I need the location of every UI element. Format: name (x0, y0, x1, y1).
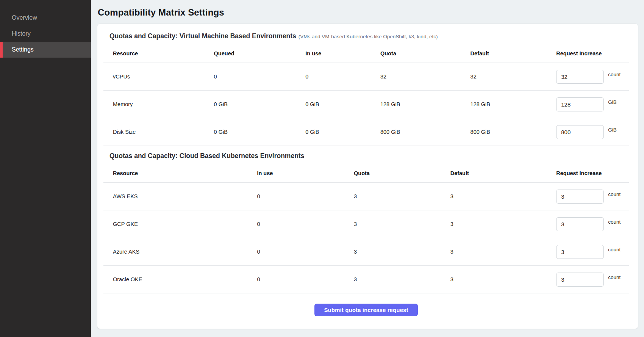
resource-name: vCPUs (103, 74, 214, 80)
k8s-col-request-increase: Request Increase (556, 170, 629, 176)
table-row-memory: Memory 0 GiB 0 GiB 128 GiB 128 GiB GiB (103, 91, 629, 118)
sidebar-item-history[interactable]: History (0, 26, 91, 42)
vm-col-queued: Queued (214, 50, 306, 56)
k8s-quotas-section: Quotas and Capacity: Cloud Based Kuberne… (103, 152, 629, 293)
request-increase-cell: GiB (556, 97, 629, 111)
quota-value: 3 (354, 221, 450, 227)
quota-value: 3 (354, 276, 450, 282)
unit-label: count (608, 72, 621, 77)
vm-section-subtitle: (VMs and VM-based Kubernetes like OpenSh… (299, 34, 438, 39)
quota-value: 128 GiB (380, 101, 470, 107)
request-increase-cell: count (556, 217, 629, 231)
submit-quota-increase-button[interactable]: Submit quota increase request (314, 304, 417, 316)
in-use-value: 0 (257, 276, 354, 282)
request-increase-cell: GiB (556, 125, 629, 139)
default-value: 3 (450, 276, 556, 282)
submit-row: Submit quota increase request (103, 304, 629, 316)
resource-name: Oracle OKE (103, 276, 257, 282)
quota-value: 3 (354, 249, 450, 255)
main-content: Compatibility Matrix Settings Quotas and… (91, 0, 644, 337)
table-row-disk-size: Disk Size 0 GiB 0 GiB 800 GiB 800 GiB Gi… (103, 118, 629, 146)
k8s-section-title-text: Quotas and Capacity: Cloud Based Kuberne… (109, 152, 304, 160)
default-value: 3 (450, 249, 556, 255)
k8s-col-in-use: In use (257, 170, 354, 176)
table-row-gcp-gke: GCP GKE 0 3 3 count (103, 210, 629, 238)
queued-value: 0 GiB (214, 101, 306, 107)
in-use-value: 0 (257, 193, 354, 199)
request-increase-cell: count (556, 70, 629, 84)
queued-value: 0 GiB (214, 129, 306, 135)
azure-aks-request-input[interactable] (556, 245, 604, 259)
settings-card: Quotas and Capacity: Virtual Machine Bas… (97, 24, 638, 329)
in-use-value: 0 GiB (305, 101, 380, 107)
resource-name: GCP GKE (103, 221, 257, 227)
default-value: 3 (450, 193, 556, 199)
vm-col-request-increase: Request Increase (556, 50, 629, 56)
unit-label: count (608, 247, 621, 252)
resource-name: Azure AKS (103, 249, 257, 255)
table-row-aws-eks: AWS EKS 0 3 3 count (103, 183, 629, 210)
request-increase-cell: count (556, 190, 629, 204)
memory-request-input[interactable] (556, 97, 604, 111)
vm-col-quota: Quota (380, 50, 470, 56)
in-use-value: 0 (257, 221, 354, 227)
sidebar-item-settings[interactable]: Settings (0, 42, 91, 58)
queued-value: 0 (214, 74, 306, 80)
k8s-quota-table: Resource In use Quota Default Request In… (103, 164, 629, 293)
vm-col-resource: Resource (103, 50, 214, 56)
in-use-value: 0 (257, 249, 354, 255)
request-increase-cell: count (556, 245, 629, 259)
gcp-gke-request-input[interactable] (556, 217, 604, 231)
table-row-azure-aks: Azure AKS 0 3 3 count (103, 238, 629, 266)
aws-eks-request-input[interactable] (556, 190, 604, 204)
default-value: 3 (450, 221, 556, 227)
unit-label: GiB (608, 99, 617, 105)
default-value: 32 (470, 74, 556, 80)
vm-col-default: Default (470, 50, 556, 56)
k8s-section-title: Quotas and Capacity: Cloud Based Kuberne… (109, 152, 629, 160)
vm-quota-table: Resource Queued In use Quota Default Req… (103, 44, 629, 146)
quota-value: 3 (354, 193, 450, 199)
vm-section-title-text: Quotas and Capacity: Virtual Machine Bas… (109, 32, 296, 40)
resource-name: Disk Size (103, 129, 214, 135)
resource-name: AWS EKS (103, 193, 257, 199)
resource-name: Memory (103, 101, 214, 107)
unit-label: count (608, 191, 621, 197)
default-value: 800 GiB (470, 129, 556, 135)
quota-value: 32 (380, 74, 470, 80)
vcpus-request-input[interactable] (556, 70, 604, 84)
unit-label: count (608, 274, 621, 280)
vm-section-title: Quotas and Capacity: Virtual Machine Bas… (109, 32, 629, 40)
vm-quotas-section: Quotas and Capacity: Virtual Machine Bas… (103, 32, 629, 146)
unit-label: count (608, 219, 621, 225)
sidebar-item-overview[interactable]: Overview (0, 10, 91, 26)
in-use-value: 0 GiB (305, 129, 380, 135)
vm-table-header-row: Resource Queued In use Quota Default Req… (103, 44, 629, 63)
default-value: 128 GiB (470, 101, 556, 107)
table-row-vcpus: vCPUs 0 0 32 32 count (103, 63, 629, 91)
disk-size-request-input[interactable] (556, 125, 604, 139)
k8s-table-header-row: Resource In use Quota Default Request In… (103, 164, 629, 183)
quota-value: 800 GiB (380, 129, 470, 135)
k8s-col-resource: Resource (103, 170, 257, 176)
table-row-oracle-oke: Oracle OKE 0 3 3 count (103, 266, 629, 293)
k8s-col-quota: Quota (354, 170, 450, 176)
sidebar: Overview History Settings (0, 0, 91, 337)
vm-col-in-use: In use (305, 50, 380, 56)
request-increase-cell: count (556, 273, 629, 287)
page-title: Compatibility Matrix Settings (98, 7, 638, 18)
k8s-col-default: Default (450, 170, 556, 176)
in-use-value: 0 (305, 74, 380, 80)
oracle-oke-request-input[interactable] (556, 273, 604, 287)
unit-label: GiB (608, 127, 617, 133)
